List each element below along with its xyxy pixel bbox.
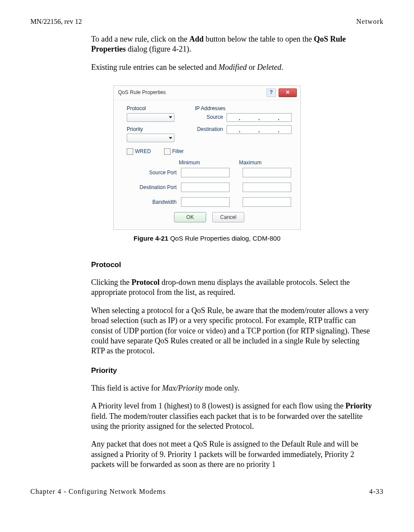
- footer-right: 4-33: [369, 487, 384, 496]
- destination-port-label: Destination Port: [127, 184, 181, 191]
- label: OK: [186, 214, 194, 221]
- figure-text: QoS Rule Properties dialog, CDM-800: [168, 235, 280, 242]
- bold: Add: [189, 35, 204, 43]
- maximum-header: Maximum: [239, 160, 262, 166]
- intro-p2: Existing rule entries can be selected an…: [91, 62, 375, 72]
- priority-dropdown[interactable]: [127, 134, 174, 142]
- page-footer: Chapter 4 - Configuring Network Modems 4…: [30, 487, 384, 496]
- protocol-dropdown[interactable]: [127, 113, 174, 122]
- label: WRED: [135, 148, 151, 154]
- dialog-screenshot: QoS Rule Properties ? ✕ Protocol Priorit…: [30, 85, 384, 230]
- text: .: [281, 63, 283, 72]
- ok-button[interactable]: OK: [174, 212, 206, 222]
- qos-rule-properties-dialog: QoS Rule Properties ? ✕ Protocol Priorit…: [113, 85, 301, 230]
- priority-p1: This field is active for Max/Priority mo…: [91, 383, 375, 393]
- glyph: ✕: [286, 89, 290, 96]
- priority-label: Priority: [127, 126, 186, 133]
- intro-p1: To add a new rule, click on the Add butt…: [91, 34, 375, 55]
- source-label: Source: [186, 114, 227, 121]
- minimum-header: Minimum: [179, 160, 200, 166]
- text: To add a new rule, click on the: [91, 35, 189, 43]
- header-right: Network: [356, 17, 384, 26]
- dialog-title: QoS Rule Properties: [118, 89, 166, 96]
- bandwidth-max-input[interactable]: [243, 197, 291, 207]
- ip-addresses-label: IP Addresses: [195, 105, 292, 112]
- text: field. The modem/router classifies each …: [91, 412, 362, 431]
- page-header: MN/22156, rev 12 Network: [30, 17, 384, 26]
- italic: Deleted: [257, 63, 281, 72]
- label: Filter: [172, 148, 184, 154]
- destination-ip-input[interactable]: [227, 125, 292, 134]
- cancel-button[interactable]: Cancel: [212, 212, 244, 222]
- italic: Max/Priority: [162, 384, 203, 392]
- priority-p3: Any packet that does not meet a QoS Rule…: [91, 439, 375, 470]
- chevron-down-icon: [169, 137, 172, 139]
- priority-heading: Priority: [91, 366, 384, 375]
- text: or: [246, 63, 257, 72]
- bold: Priority: [345, 401, 372, 410]
- help-icon[interactable]: ?: [266, 88, 276, 97]
- footer-left: Chapter 4 - Configuring Network Modems: [30, 487, 166, 496]
- wred-checkbox[interactable]: WRED: [127, 148, 151, 155]
- text: button below the table to open the: [204, 35, 314, 43]
- protocol-p2: When selecting a protocol for a QoS Rule…: [91, 306, 375, 356]
- bandwidth-label: Bandwidth: [127, 199, 181, 206]
- protocol-heading: Protocol: [91, 260, 384, 270]
- protocol-p1: Clicking the Protocol drop-down menu dis…: [91, 277, 375, 298]
- text: A Priority level from 1 (highest) to 8 (…: [91, 401, 345, 410]
- source-port-max-input[interactable]: [243, 168, 291, 177]
- bold: Protocol: [131, 278, 160, 287]
- source-port-min-input[interactable]: [181, 168, 230, 177]
- close-icon[interactable]: ✕: [279, 88, 297, 97]
- destination-port-min-input[interactable]: [181, 183, 230, 192]
- filter-checkbox[interactable]: Filter: [164, 148, 184, 155]
- source-ip-input[interactable]: [227, 113, 292, 122]
- italic: Modified: [218, 63, 246, 72]
- figure-caption: Figure 4-21 QoS Rule Properties dialog, …: [30, 234, 384, 243]
- protocol-label: Protocol: [127, 105, 186, 112]
- bandwidth-min-input[interactable]: [181, 197, 230, 207]
- destination-port-max-input[interactable]: [243, 183, 291, 192]
- text: Clicking the: [91, 278, 131, 287]
- chevron-down-icon: [169, 116, 172, 118]
- text: Existing rule entries can be selected an…: [91, 63, 218, 72]
- figure-number: Figure 4-21: [134, 235, 168, 242]
- header-left: MN/22156, rev 12: [30, 17, 82, 26]
- text: This field is active for: [91, 384, 162, 392]
- source-port-label: Source Port: [127, 170, 181, 176]
- destination-label: Destination: [186, 126, 227, 133]
- glyph: ?: [269, 89, 273, 96]
- dialog-titlebar: QoS Rule Properties ? ✕: [114, 86, 300, 100]
- priority-p2: A Priority level from 1 (highest) to 8 (…: [91, 401, 375, 431]
- label: Cancel: [220, 214, 236, 221]
- text: dialog (figure 4-21).: [126, 45, 191, 53]
- text: mode only.: [203, 384, 239, 392]
